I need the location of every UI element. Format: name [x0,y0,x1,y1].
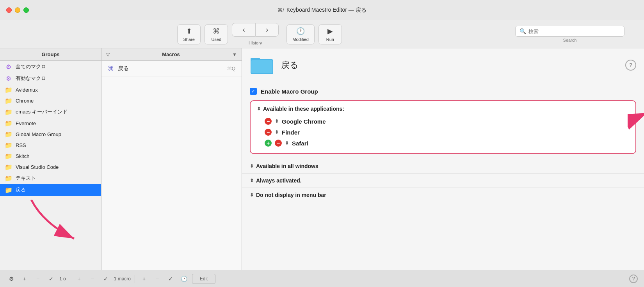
used-button[interactable]: ⌘ Used [205,24,228,44]
remove-action-button[interactable]: − [152,274,162,284]
sidebar-item-label: 有効なマクロ [16,75,46,82]
remove-finder-button[interactable]: − [265,129,272,136]
status-help-button[interactable]: ? [629,275,638,283]
app-name-chrome: Google Chrome [282,118,326,125]
macro-cmd-icon: ⌘ [108,65,114,72]
sidebar-item-label: Evernote [16,120,36,126]
groups-header: Groups [0,48,101,61]
sidebar-item-global[interactable]: 📁 Global Macro Group [0,129,101,140]
run-button[interactable]: ▶ Run [318,24,342,44]
sidebar-item-emacs[interactable]: 📁 emacs キーバーインド [0,106,101,118]
app-row-chrome: − ⇕ Google Chrome [257,116,629,127]
svg-rect-3 [251,60,272,73]
macros-header-label: Macros [113,51,229,57]
search-input[interactable] [528,28,620,34]
search-label: Search [515,38,624,43]
modified-icon: 🕐 [296,27,305,35]
macros-header: ▽ Macros ▼ [101,48,242,61]
edit-button[interactable]: Edit [192,274,215,284]
check-action-button[interactable]: ✓ [165,274,176,284]
remove-group-button[interactable]: − [33,274,43,284]
app-row-finder: − ⇕ Finder [257,127,629,138]
check-macro-button[interactable]: ✓ [101,274,111,284]
sidebar-item-modoru[interactable]: 📁 戻る [0,184,101,196]
groups-panel: Groups ⚙ 全てのマクロ ⚙ 有効なマクロ 📁 Avidemux 📁 Ch… [0,48,101,270]
sidebar-item-label: emacs キーバーインド [16,108,68,115]
enable-checkbox[interactable]: ✓ [250,88,257,95]
gear-icon-enabled: ⚙ [5,75,12,81]
folder-icon: 📁 [5,109,12,115]
sort-asc-icon: ▽ [106,52,110,57]
close-button[interactable] [6,7,12,13]
remove-chrome-button[interactable]: − [265,118,272,125]
all-windows-section[interactable]: ⇕ Available in all windows [242,159,644,173]
macro-item-modoru[interactable]: ⌘ 戻る ⌘Q [101,61,242,76]
macros-panel: ▽ Macros ▼ ⌘ 戻る ⌘Q [101,48,242,270]
modified-button[interactable]: 🕐 Modified [286,24,315,44]
run-icon: ▶ [327,27,333,35]
sidebar-item-label: Visual Studio Code [16,164,59,170]
clock-button[interactable]: 🕐 [179,274,189,284]
macro-name: 戻る [118,65,223,72]
folder-icon: 📁 [5,142,12,148]
add-safari-button[interactable]: + [265,140,272,147]
sidebar-item-evernote[interactable]: 📁 Evernote [0,118,101,129]
history-back-button[interactable]: ‹ [232,23,255,37]
fullscreen-button[interactable] [23,7,29,13]
group-count: 1 o [59,276,66,282]
sidebar-item-label: Skitch [16,153,29,159]
detail-folder-icon [250,55,275,76]
sort-desc-icon: ▼ [232,52,237,57]
folder-svg [251,55,274,75]
sidebar-item-enabled-macros[interactable]: ⚙ 有効なマクロ [0,73,101,84]
settings-button[interactable]: ⚙ [6,274,16,284]
share-button[interactable]: ⬆ Share [177,24,201,44]
folder-icon: 📁 [5,164,12,170]
folder-icon: 📁 [5,153,12,159]
sidebar-item-label: Chrome [16,98,34,104]
always-activated-section[interactable]: ⇕ Always activated. [242,173,644,188]
traffic-lights [6,7,29,13]
app-row-safari: + − ⇕ Safari [257,138,629,149]
back-icon: ‹ [243,26,245,34]
status-divider-1 [70,275,70,283]
sidebar-item-label: 全てのマクロ [16,63,46,70]
macro-shortcut: ⌘Q [227,66,235,71]
add-group-button[interactable]: + [20,274,30,284]
folder-icon: 📁 [5,175,12,181]
minimize-button[interactable] [15,7,20,13]
help-button[interactable]: ? [625,60,636,71]
detail-header: 戻る ? [242,48,644,82]
folder-icon: 📁 [5,97,12,104]
updown-chrome-icon: ⇕ [275,119,279,124]
search-icon: 🔍 [519,28,526,34]
status-divider-2 [135,275,135,283]
cmd-icon: ⌘/ [278,7,284,13]
gear-icon: ⚙ [5,64,12,70]
sidebar-item-avidemux[interactable]: 📁 Avidemux [0,84,101,95]
enable-row: ✓ Enable Macro Group [242,82,644,100]
sidebar-item-label: テキスト [16,175,36,182]
remove-macro-button[interactable]: − [87,274,98,284]
add-macro-button[interactable]: + [74,274,84,284]
sidebar-item-vscode[interactable]: 📁 Visual Studio Code [0,161,101,172]
remove-safari-button[interactable]: − [275,140,282,147]
title-bar: ⌘/ Keyboard Maestro Editor — 戻る [0,0,644,20]
sidebar-item-all-macros[interactable]: ⚙ 全てのマクロ [0,61,101,73]
history-forward-button[interactable]: › [255,23,279,37]
groups-list: ⚙ 全てのマクロ ⚙ 有効なマクロ 📁 Avidemux 📁 Chrome 📁 … [0,61,101,270]
sidebar-item-chrome[interactable]: 📁 Chrome [0,95,101,106]
sidebar-item-label: Avidemux [16,87,38,93]
menu-bar-section[interactable]: ⇕ Do not display in menu bar [242,188,644,202]
app-name-safari: Safari [292,140,308,147]
sidebar-item-rss[interactable]: 📁 RSS [0,140,101,151]
sidebar-item-skitch[interactable]: 📁 Skitch [0,151,101,161]
check-group-button[interactable]: ✓ [46,274,56,284]
folder-icon-active: 📁 [5,187,12,193]
sidebar-item-text[interactable]: 📁 テキスト [0,172,101,184]
add-action-button[interactable]: + [139,274,149,284]
macro-count: 1 macro [114,276,131,282]
history-label: History [249,41,262,45]
detail-content: ⇕ Available in these applications: − ⇕ G… [242,100,644,270]
status-bar: ⚙ + − ✓ 1 o + − ✓ 1 macro + − ✓ 🕐 Edit ? [0,270,644,287]
